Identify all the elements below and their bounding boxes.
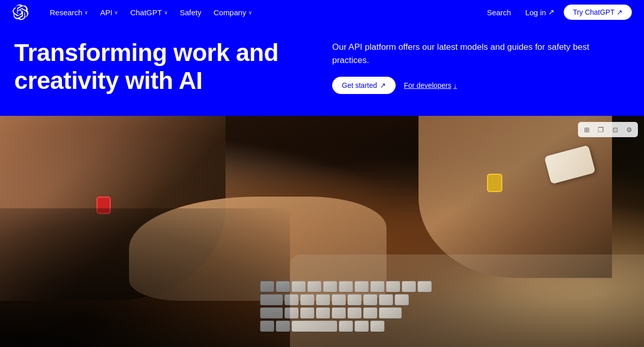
research-chevron-icon: ∨ [84,10,88,15]
nav-company[interactable]: Company ∨ [208,5,256,20]
hero-title: Transforming work and creativity with AI [14,39,312,94]
dark-vignette [0,208,290,347]
for-developers-button[interactable]: For developers ↓ [404,81,457,89]
chatgpt-chevron-icon: ∨ [164,10,168,15]
nav-research[interactable]: Research ∨ [45,5,93,20]
hero-description: Our API platform offers our latest model… [332,41,617,67]
toolbar-settings-icon[interactable]: ⚙ [624,124,635,135]
developers-arrow-icon: ↓ [454,81,457,89]
toolbar-window-icon[interactable]: ❐ [595,124,606,135]
logo[interactable] [12,4,28,20]
nav-api[interactable]: API ∨ [95,5,123,20]
nav-safety[interactable]: Safety [175,5,207,20]
navbar-left: Research ∨ API ∨ ChatGPT ∨ Safety Compan… [12,4,257,20]
try-arrow-icon: ↗ [617,8,623,16]
login-link[interactable]: Log in ↗ [520,5,560,20]
hero-buttons: Get started ↗ For developers ↓ [332,77,630,94]
toolbar-grid-icon[interactable]: ⊞ [581,124,592,135]
hero-image: ⊞ ❐ ⊡ ⚙ [0,116,644,347]
hero-left: Transforming work and creativity with AI [14,39,312,94]
openai-logo-icon [12,4,28,20]
get-started-arrow-icon: ↗ [380,81,386,89]
try-chatgpt-button[interactable]: Try ChatGPT ↗ [564,5,632,20]
image-toolbar: ⊞ ❐ ⊡ ⚙ [578,122,638,137]
api-chevron-icon: ∨ [114,10,118,15]
watch-right [487,174,502,192]
table-surface [290,255,644,347]
navbar: Research ∨ API ∨ ChatGPT ∨ Safety Compan… [0,0,644,24]
hero-right: Our API platform offers our latest model… [332,39,630,94]
hero-photo [0,116,644,347]
get-started-button[interactable]: Get started ↗ [332,77,396,94]
navbar-right: Search Log in ↗ Try ChatGPT ↗ [482,5,632,20]
toolbar-expand-icon[interactable]: ⊡ [609,124,621,135]
login-arrow-icon: ↗ [548,8,555,17]
search-link[interactable]: Search [482,5,517,20]
nav-chatgpt[interactable]: ChatGPT ∨ [125,5,173,20]
company-chevron-icon: ∨ [248,10,252,15]
hero-section: Transforming work and creativity with AI… [0,24,644,116]
nav-links: Research ∨ API ∨ ChatGPT ∨ Safety Compan… [45,5,257,20]
